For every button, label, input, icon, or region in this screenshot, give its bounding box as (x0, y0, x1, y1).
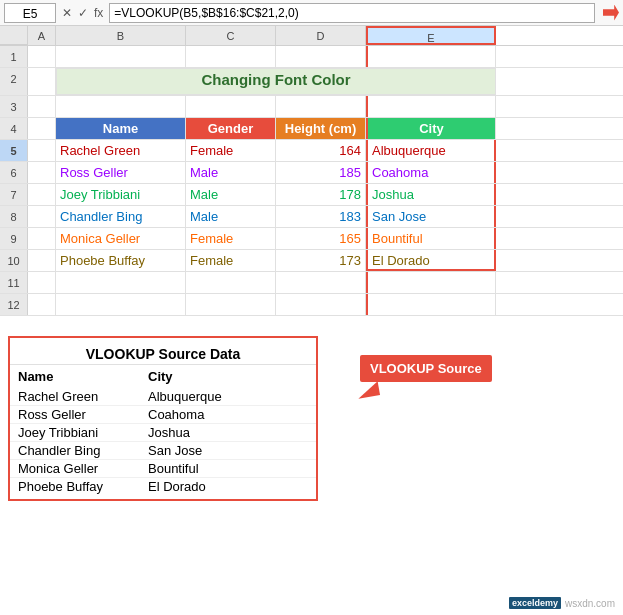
cell-a7[interactable] (28, 184, 56, 205)
cell-e12[interactable] (366, 294, 496, 315)
row-num-6: 6 (0, 162, 28, 183)
formula-arrow-icon (603, 5, 619, 21)
cell-c7[interactable]: Male (186, 184, 276, 205)
vlookup-table-title: VLOOKUP Source Data (10, 342, 316, 365)
formula-text: =VLOOKUP(B5,$B$16:$C$21,2,0) (114, 3, 298, 23)
row-10: 10 Phoebe Buffay Female 173 El Dorado (0, 250, 623, 272)
cell-e9[interactable]: Bountiful (366, 228, 496, 249)
cell-a12[interactable] (28, 294, 56, 315)
cell-a9[interactable] (28, 228, 56, 249)
cell-a11[interactable] (28, 272, 56, 293)
spreadsheet: A B C D E 1 2 Changing Font Color 3 4 Na… (0, 26, 623, 316)
cell-e3[interactable] (366, 96, 496, 117)
cell-c9[interactable]: Female (186, 228, 276, 249)
cell-c5[interactable]: Female (186, 140, 276, 161)
insert-function-icon[interactable]: fx (92, 6, 105, 20)
cell-a8[interactable] (28, 206, 56, 227)
cell-d5[interactable]: 164 (276, 140, 366, 161)
cell-b9[interactable]: Monica Geller (56, 228, 186, 249)
vlookup-city-4: Bountiful (148, 461, 278, 476)
cell-d1[interactable] (276, 46, 366, 67)
cell-e8[interactable]: San Jose (366, 206, 496, 227)
cell-d8[interactable]: 183 (276, 206, 366, 227)
col-header-e[interactable]: E (366, 26, 496, 45)
cell-b11[interactable] (56, 272, 186, 293)
cell-b5[interactable]: Rachel Green (56, 140, 186, 161)
vlookup-source-label: VLOOKUP Source (360, 355, 492, 382)
cell-b1[interactable] (56, 46, 186, 67)
list-item: Joey Tribbiani Joshua (10, 424, 316, 442)
cell-a1[interactable] (28, 46, 56, 67)
row-num-3: 3 (0, 96, 28, 117)
vlookup-header-name: Name (18, 369, 148, 384)
cell-c6[interactable]: Male (186, 162, 276, 183)
cell-a3[interactable] (28, 96, 56, 117)
cell-d10[interactable]: 173 (276, 250, 366, 271)
cell-d9[interactable]: 165 (276, 228, 366, 249)
cell-c3[interactable] (186, 96, 276, 117)
vlookup-name-3: Chandler Bing (18, 443, 148, 458)
confirm-icon[interactable]: ✓ (76, 6, 90, 20)
row-num-9: 9 (0, 228, 28, 249)
row-num-8: 8 (0, 206, 28, 227)
cell-a2[interactable] (28, 68, 56, 95)
header-height[interactable]: Height (cm) (276, 118, 366, 139)
cell-d6[interactable]: 185 (276, 162, 366, 183)
cancel-icon[interactable]: ✕ (60, 6, 74, 20)
cell-a5[interactable] (28, 140, 56, 161)
row-num-4: 4 (0, 118, 28, 139)
row-3: 3 (0, 96, 623, 118)
col-header-a[interactable]: A (28, 26, 56, 45)
vlookup-city-5: El Dorado (148, 479, 278, 494)
cell-e1[interactable] (366, 46, 496, 67)
cell-a10[interactable] (28, 250, 56, 271)
cell-b8[interactable]: Chandler Bing (56, 206, 186, 227)
cell-d12[interactable] (276, 294, 366, 315)
col-header-d[interactable]: D (276, 26, 366, 45)
row-9: 9 Monica Geller Female 165 Bountiful (0, 228, 623, 250)
row-1: 1 (0, 46, 623, 68)
cell-b3[interactable] (56, 96, 186, 117)
header-city[interactable]: City (366, 118, 496, 139)
row-num-2: 2 (0, 68, 28, 95)
cell-e11[interactable] (366, 272, 496, 293)
cell-b6[interactable]: Ross Geller (56, 162, 186, 183)
cell-e7[interactable]: Joshua (366, 184, 496, 205)
watermark: exceldemy wsxdn.com (509, 597, 615, 609)
col-header-c[interactable]: C (186, 26, 276, 45)
cell-b12[interactable] (56, 294, 186, 315)
row-12: 12 (0, 294, 623, 316)
list-item: Phoebe Buffay El Dorado (10, 478, 316, 495)
header-name[interactable]: Name (56, 118, 186, 139)
list-item: Monica Geller Bountiful (10, 460, 316, 478)
cell-c10[interactable]: Female (186, 250, 276, 271)
cell-b10[interactable]: Phoebe Buffay (56, 250, 186, 271)
cell-d7[interactable]: 178 (276, 184, 366, 205)
header-gender[interactable]: Gender (186, 118, 276, 139)
list-item: Rachel Green Albuquerque (10, 388, 316, 406)
row-num-7: 7 (0, 184, 28, 205)
vlookup-city-3: San Jose (148, 443, 278, 458)
cell-c11[interactable] (186, 272, 276, 293)
cell-a4[interactable] (28, 118, 56, 139)
cell-a6[interactable] (28, 162, 56, 183)
row-num-1: 1 (0, 46, 28, 67)
cell-d3[interactable] (276, 96, 366, 117)
col-header-b[interactable]: B (56, 26, 186, 45)
vlookup-arrow-icon (356, 381, 380, 399)
spreadsheet-title: Changing Font Color (56, 68, 496, 95)
cell-e10[interactable]: El Dorado (366, 250, 496, 271)
list-item: Chandler Bing San Jose (10, 442, 316, 460)
cell-e5[interactable]: Albuquerque (366, 140, 496, 161)
cell-reference-box[interactable]: E5 (4, 3, 56, 23)
cell-d11[interactable] (276, 272, 366, 293)
watermark-domain: wsxdn.com (565, 598, 615, 609)
cell-c1[interactable] (186, 46, 276, 67)
formula-bar: E5 ✕ ✓ fx =VLOOKUP(B5,$B$16:$C$21,2,0) (0, 0, 623, 26)
cell-c8[interactable]: Male (186, 206, 276, 227)
row-6: 6 Ross Geller Male 185 Coahoma (0, 162, 623, 184)
cell-e6[interactable]: Coahoma (366, 162, 496, 183)
cell-c12[interactable] (186, 294, 276, 315)
cell-b7[interactable]: Joey Tribbiani (56, 184, 186, 205)
formula-input[interactable]: =VLOOKUP(B5,$B$16:$C$21,2,0) (109, 3, 595, 23)
